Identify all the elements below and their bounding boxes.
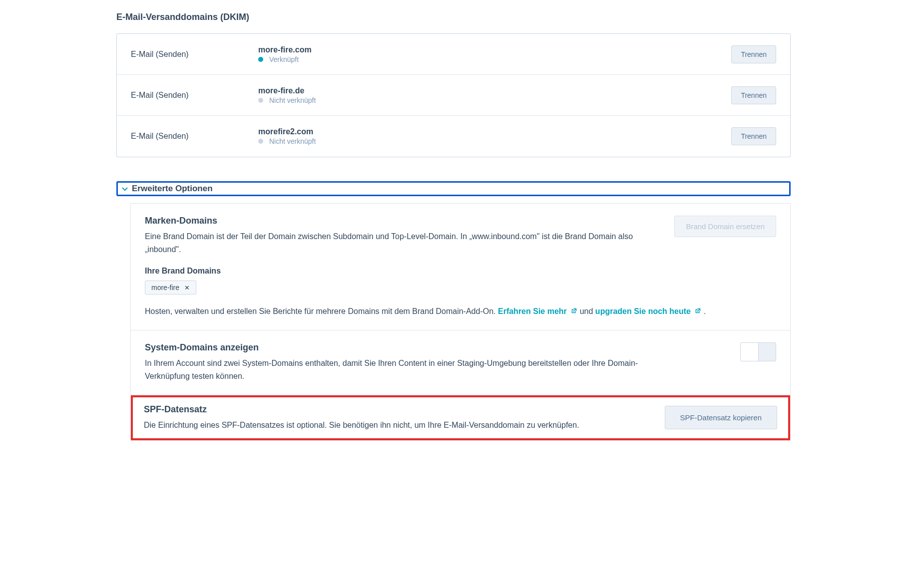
toggle-knob [741, 343, 759, 361]
dkim-domain-status: Nicht verknüpft [258, 137, 731, 145]
upgrade-link[interactable]: upgraden Sie noch heute [595, 307, 704, 315]
dkim-row: E-Mail (Senden) morefire2.com Nicht verk… [117, 116, 790, 157]
spf-record-title: SPF-Datensatz [144, 404, 655, 415]
external-link-icon [695, 307, 701, 314]
dkim-row: E-Mail (Senden) more-fire.de Nicht verkn… [117, 75, 790, 116]
chevron-down-icon [121, 185, 129, 193]
dkim-row-domain: morefire2.com Nicht verknüpft [258, 127, 731, 145]
dkim-row-domain: more-fire.com Verknüpft [258, 45, 731, 63]
dkim-row-type: E-Mail (Senden) [131, 91, 258, 100]
dkim-section-title: E-Mail-Versanddomains (DKIM) [116, 12, 791, 22]
advanced-options-toggle[interactable]: Erweiterte Optionen [116, 181, 791, 196]
dkim-domain-name: more-fire.com [258, 45, 731, 54]
dkim-domain-name: morefire2.com [258, 127, 731, 136]
dkim-row-type: E-Mail (Senden) [131, 50, 258, 59]
disconnect-button[interactable]: Trennen [731, 45, 776, 63]
external-link-icon [571, 307, 577, 314]
dkim-domain-status: Nicht verknüpft [258, 96, 731, 104]
replace-brand-domain-button[interactable]: Brand Domain ersetzen [674, 216, 776, 237]
status-dot-icon [258, 98, 263, 103]
close-icon[interactable]: ✕ [184, 284, 190, 292]
system-domains-desc: In Ihrem Account sind zwei System-Domain… [145, 357, 674, 382]
brand-addon-paragraph: Hosten, verwalten und erstellen Sie Beri… [145, 304, 776, 318]
dkim-domain-name: more-fire.de [258, 86, 731, 95]
brand-domain-tag: more-fire ✕ [145, 281, 196, 294]
dkim-row-domain: more-fire.de Nicht verknüpft [258, 86, 731, 104]
system-domains-title: System-Domains anzeigen [145, 342, 674, 353]
your-brand-domains-label: Ihre Brand Domains [145, 267, 776, 276]
learn-more-link[interactable]: Erfahren Sie mehr [498, 307, 580, 315]
status-dot-icon [258, 139, 263, 144]
dkim-row: E-Mail (Senden) more-fire.com Verknüpft … [117, 34, 790, 75]
system-domains-toggle[interactable] [740, 342, 776, 361]
spf-record-desc: Die Einrichtung eines SPF-Datensatzes is… [144, 419, 655, 432]
dkim-table: E-Mail (Senden) more-fire.com Verknüpft … [116, 33, 791, 157]
advanced-options-label: Erweiterte Optionen [132, 184, 213, 194]
brand-domains-title: Marken-Domains [145, 216, 664, 226]
disconnect-button[interactable]: Trennen [731, 127, 776, 145]
system-domains-section: System-Domains anzeigen In Ihrem Account… [131, 330, 790, 395]
brand-domain-tag-label: more-fire [151, 284, 179, 292]
spf-record-section: SPF-Datensatz Die Einrichtung eines SPF-… [131, 395, 790, 441]
brand-domains-section: Marken-Domains Eine Brand Domain ist der… [131, 204, 790, 330]
brand-domains-desc: Eine Brand Domain ist der Teil der Domai… [145, 230, 664, 256]
status-dot-icon [258, 57, 263, 62]
dkim-row-type: E-Mail (Senden) [131, 132, 258, 141]
disconnect-button[interactable]: Trennen [731, 86, 776, 104]
copy-spf-button[interactable]: SPF-Datensatz kopieren [665, 406, 777, 429]
advanced-panel: Marken-Domains Eine Brand Domain ist der… [130, 203, 791, 441]
dkim-domain-status: Verknüpft [258, 55, 731, 63]
